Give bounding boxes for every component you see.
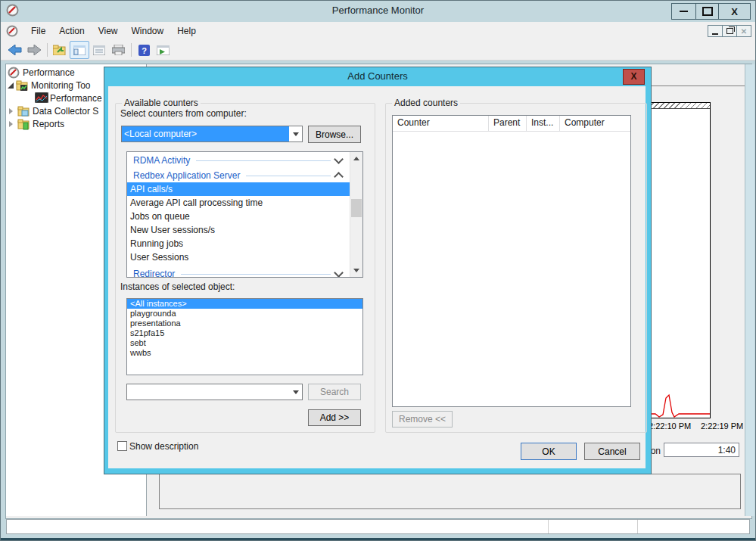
status-cell <box>7 520 549 533</box>
window-bottom-edge <box>0 538 756 541</box>
help-button[interactable]: ? <box>135 42 153 58</box>
show-console-tree-button[interactable] <box>70 41 89 59</box>
forward-button[interactable] <box>25 42 43 58</box>
chevron-down-icon[interactable] <box>289 126 302 141</box>
instance-item[interactable]: sebt <box>127 338 362 348</box>
title-bar: Performance Monitor X <box>0 0 756 22</box>
chevron-down-icon[interactable] <box>334 154 344 164</box>
menu-bar: File Action View Window Help ✕ <box>0 22 756 41</box>
time-label-start: 2:22:10 PM <box>649 421 691 431</box>
add-button[interactable]: Add >> <box>308 409 361 426</box>
mdi-close-button[interactable]: ✕ <box>737 25 751 37</box>
scroll-thumb[interactable] <box>351 199 362 217</box>
chevron-up-icon[interactable] <box>334 172 344 182</box>
export-button[interactable] <box>51 42 69 58</box>
dialog-close-button[interactable]: X <box>623 69 645 85</box>
remove-button[interactable]: Remove << <box>392 411 453 428</box>
counter-category-redbex[interactable]: Redbex Application Server <box>127 169 350 182</box>
menu-action[interactable]: Action <box>52 23 91 39</box>
performance-monitor-icon <box>35 92 47 104</box>
print-icon <box>112 45 125 55</box>
instance-search-combobox[interactable] <box>126 384 303 400</box>
mdi-restore-button[interactable] <box>723 25 737 37</box>
tree-item-reports[interactable]: Reports <box>9 117 64 130</box>
back-icon <box>8 45 22 55</box>
column-computer[interactable]: Computer <box>560 116 630 131</box>
tree-item-performance[interactable]: Performance <box>8 66 75 79</box>
tree-item-data-collector-sets[interactable]: Data Collector S <box>9 104 98 117</box>
show-description-label: Show description <box>129 441 198 452</box>
counter-item-user-sessions[interactable]: User Sessions <box>127 250 350 264</box>
menu-file[interactable]: File <box>24 23 52 39</box>
search-button[interactable]: Search <box>308 384 361 400</box>
properties-button[interactable] <box>90 42 108 58</box>
chevron-down-icon[interactable] <box>289 384 302 400</box>
counters-list[interactable]: RDMA Activity Redbex Application Server … <box>126 151 363 278</box>
instance-item[interactable]: playgrounda <box>127 309 362 319</box>
select-computer-label: Select counters from computer: <box>120 108 247 119</box>
window-title: Performance Monitor <box>0 5 756 16</box>
scroll-up-icon[interactable] <box>350 152 362 165</box>
dialog-body: Available counters Select counters from … <box>108 86 646 468</box>
scroll-down-icon[interactable] <box>350 264 362 277</box>
added-counters-table[interactable]: Counter Parent Inst... Computer <box>392 115 631 407</box>
cancel-button[interactable]: Cancel <box>584 443 640 460</box>
column-counter[interactable]: Counter <box>393 116 489 131</box>
collapsed-arrow-icon[interactable] <box>9 108 13 114</box>
instances-list[interactable]: <All instances> playgrounda presentation… <box>126 298 363 375</box>
mdi-minimize-button[interactable] <box>708 25 723 37</box>
reports-folder-icon <box>17 118 30 130</box>
instance-item[interactable]: presentationa <box>127 319 362 328</box>
minimize-button[interactable] <box>671 3 696 20</box>
menu-view[interactable]: View <box>92 23 125 39</box>
toolbar-separator <box>131 43 132 57</box>
new-window-button[interactable] <box>154 42 172 58</box>
status-cell <box>549 520 638 533</box>
column-instance[interactable]: Inst... <box>527 116 560 131</box>
export-folder-icon <box>53 45 67 55</box>
back-button[interactable] <box>6 42 24 58</box>
instance-search-value <box>127 384 289 400</box>
instance-item[interactable]: wwbs <box>127 348 362 358</box>
counter-item-new-sessions[interactable]: New User sessions/s <box>127 223 350 237</box>
chevron-down-icon[interactable] <box>334 268 344 277</box>
print-button[interactable] <box>109 42 127 58</box>
counter-item-api-calls[interactable]: API calls/s <box>127 182 350 196</box>
dialog-title: Add Counters <box>104 67 651 86</box>
minimize-icon <box>680 11 688 12</box>
ok-button[interactable]: OK <box>521 443 577 460</box>
instance-all[interactable]: <All instances> <box>127 299 362 309</box>
collapsed-arrow-icon[interactable] <box>9 121 13 127</box>
properties-icon <box>93 45 105 55</box>
instance-item[interactable]: s21pfa15 <box>127 328 362 338</box>
instances-label: Instances of selected object: <box>120 281 235 292</box>
column-parent[interactable]: Parent <box>489 116 527 131</box>
added-counters-label: Added counters <box>392 98 460 108</box>
counter-item-jobs-queue[interactable]: Jobs on queue <box>127 210 350 223</box>
vertical-scrollbar[interactable] <box>745 64 754 516</box>
available-counters-label: Available counters <box>122 98 201 108</box>
toolbar-separator <box>47 43 48 57</box>
tree-item-monitoring-tools[interactable]: Monitoring Too <box>8 79 91 92</box>
time-label-end: 2:22:19 PM <box>701 421 743 431</box>
mdi-restore-icon <box>726 28 733 34</box>
show-description-checkbox[interactable] <box>117 441 127 451</box>
forward-icon <box>27 45 41 55</box>
counter-item-avg-api[interactable]: Average API call processing time <box>127 196 350 210</box>
menu-help[interactable]: Help <box>170 23 203 39</box>
computer-combobox[interactable]: <Local computer> <box>121 126 303 142</box>
counter-category-rdma[interactable]: RDMA Activity <box>127 154 350 167</box>
maximize-button[interactable] <box>696 3 719 20</box>
menu-window[interactable]: Window <box>125 23 171 39</box>
browse-button[interactable]: Browse... <box>308 126 361 143</box>
tree-item-performance-monitor[interactable]: Performance <box>35 92 102 104</box>
add-counters-dialog: Add Counters X Available counters Select… <box>104 67 652 474</box>
close-button[interactable]: X <box>719 3 751 20</box>
svg-text:?: ? <box>142 45 147 54</box>
new-window-icon <box>157 45 170 55</box>
counter-item-running-jobs[interactable]: Running jobs <box>127 237 350 250</box>
data-collector-folder-icon <box>17 105 30 117</box>
expanded-arrow-icon[interactable] <box>8 82 14 89</box>
counters-scrollbar[interactable] <box>350 152 362 277</box>
counter-category-redirector[interactable]: Redirector <box>127 267 350 277</box>
